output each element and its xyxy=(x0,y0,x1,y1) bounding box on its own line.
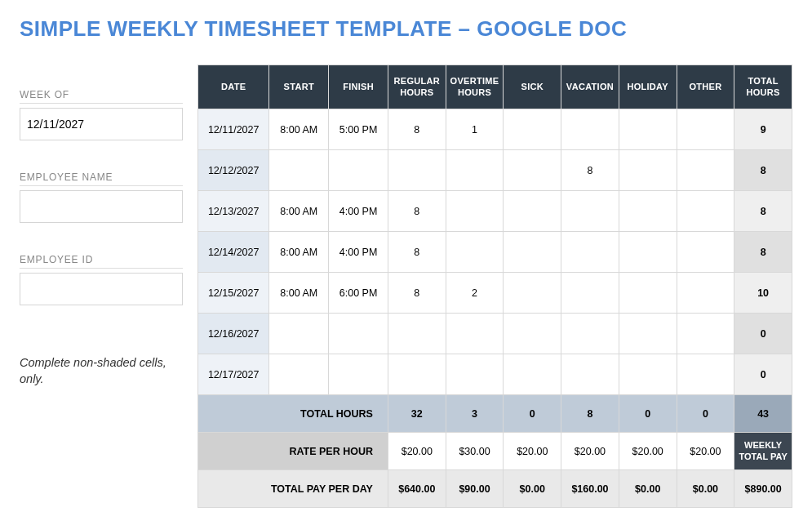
cell-date[interactable]: 12/13/2027 xyxy=(198,191,269,232)
cell-other[interactable] xyxy=(677,150,734,191)
rate-label: RATE PER HOUR xyxy=(198,433,388,470)
left-column: WEEK OF EMPLOYEE NAME EMPLOYEE ID Comple… xyxy=(20,65,183,388)
cell-total: 9 xyxy=(734,109,792,150)
cell-sick[interactable] xyxy=(504,314,561,354)
cell-start[interactable]: 8:00 AM xyxy=(269,232,329,273)
instruction-note: Complete non-shaded cells, only. xyxy=(20,354,183,388)
row-rate-per-hour: RATE PER HOUR $20.00 $30.00 $20.00 $20.0… xyxy=(198,433,792,470)
cell-holiday[interactable] xyxy=(619,191,677,232)
cell-holiday[interactable] xyxy=(619,354,677,395)
layout: WEEK OF EMPLOYEE NAME EMPLOYEE ID Comple… xyxy=(20,65,792,508)
cell-vacation[interactable] xyxy=(561,109,619,150)
cell-other[interactable] xyxy=(677,314,734,354)
cell-start[interactable]: 8:00 AM xyxy=(269,273,329,314)
cell-regular[interactable] xyxy=(388,354,446,395)
cell-sick[interactable] xyxy=(504,354,561,395)
cell-total: 8 xyxy=(734,232,792,273)
total-grand: 43 xyxy=(734,395,792,433)
cell-overtime[interactable] xyxy=(446,232,504,273)
th-finish: FINISH xyxy=(329,65,388,109)
cell-date[interactable]: 12/14/2027 xyxy=(198,232,269,273)
rate-other: $20.00 xyxy=(677,433,734,470)
cell-sick[interactable] xyxy=(504,109,561,150)
cell-sick[interactable] xyxy=(504,150,561,191)
pay-other: $0.00 xyxy=(677,470,734,508)
cell-finish[interactable] xyxy=(329,354,388,395)
total-sick: 0 xyxy=(504,395,561,433)
cell-vacation[interactable]: 8 xyxy=(561,150,619,191)
employee-name-input[interactable] xyxy=(20,190,183,223)
cell-holiday[interactable] xyxy=(619,273,677,314)
cell-finish[interactable] xyxy=(329,314,388,354)
table-row: 12/13/20278:00 AM4:00 PM88 xyxy=(198,191,792,232)
cell-regular[interactable]: 8 xyxy=(388,232,446,273)
cell-other[interactable] xyxy=(677,273,734,314)
cell-regular[interactable] xyxy=(388,150,446,191)
cell-vacation[interactable] xyxy=(561,191,619,232)
th-holiday: HOLIDAY xyxy=(619,65,677,109)
cell-date[interactable]: 12/17/2027 xyxy=(198,354,269,395)
cell-finish[interactable]: 6:00 PM xyxy=(329,273,388,314)
th-regular: REGULAR HOURS xyxy=(388,65,446,109)
total-overtime: 3 xyxy=(446,395,504,433)
row-total-pay: TOTAL PAY PER DAY $640.00 $90.00 $0.00 $… xyxy=(198,470,792,508)
cell-holiday[interactable] xyxy=(619,109,677,150)
cell-regular[interactable] xyxy=(388,314,446,354)
cell-overtime[interactable] xyxy=(446,150,504,191)
cell-other[interactable] xyxy=(677,109,734,150)
cell-other[interactable] xyxy=(677,354,734,395)
rate-vacation: $20.00 xyxy=(561,433,619,470)
cell-other[interactable] xyxy=(677,191,734,232)
pay-holiday: $0.00 xyxy=(619,470,677,508)
cell-overtime[interactable]: 2 xyxy=(446,273,504,314)
cell-sick[interactable] xyxy=(504,273,561,314)
cell-start[interactable]: 8:00 AM xyxy=(269,191,329,232)
cell-holiday[interactable] xyxy=(619,314,677,354)
cell-holiday[interactable] xyxy=(619,150,677,191)
th-overtime: OVERTIME HOURS xyxy=(446,65,504,109)
cell-other[interactable] xyxy=(677,232,734,273)
cell-date[interactable]: 12/15/2027 xyxy=(198,273,269,314)
rate-sick: $20.00 xyxy=(504,433,561,470)
employee-id-input[interactable] xyxy=(20,273,183,305)
cell-vacation[interactable] xyxy=(561,273,619,314)
weekof-input[interactable] xyxy=(20,108,183,140)
cell-overtime[interactable] xyxy=(446,314,504,354)
cell-vacation[interactable] xyxy=(561,232,619,273)
cell-overtime[interactable] xyxy=(446,191,504,232)
cell-finish[interactable]: 5:00 PM xyxy=(329,109,388,150)
pay-label: TOTAL PAY PER DAY xyxy=(198,470,388,508)
cell-overtime[interactable] xyxy=(446,354,504,395)
cell-vacation[interactable] xyxy=(561,314,619,354)
pay-grand: $890.00 xyxy=(734,470,792,508)
cell-regular[interactable]: 8 xyxy=(388,273,446,314)
cell-vacation[interactable] xyxy=(561,354,619,395)
table-header-row: DATE START FINISH REGULAR HOURS OVERTIME… xyxy=(198,65,792,109)
cell-date[interactable]: 12/11/2027 xyxy=(198,109,269,150)
cell-finish[interactable] xyxy=(329,150,388,191)
timesheet-table-wrap: DATE START FINISH REGULAR HOURS OVERTIME… xyxy=(197,65,792,508)
cell-regular[interactable]: 8 xyxy=(388,191,446,232)
cell-start[interactable] xyxy=(269,354,329,395)
cell-date[interactable]: 12/12/2027 xyxy=(198,150,269,191)
cell-date[interactable]: 12/16/2027 xyxy=(198,314,269,354)
table-row: 12/11/20278:00 AM5:00 PM819 xyxy=(198,109,792,150)
cell-overtime[interactable]: 1 xyxy=(446,109,504,150)
cell-start[interactable] xyxy=(269,150,329,191)
cell-regular[interactable]: 8 xyxy=(388,109,446,150)
timesheet-table: DATE START FINISH REGULAR HOURS OVERTIME… xyxy=(197,65,792,508)
cell-start[interactable]: 8:00 AM xyxy=(269,109,329,150)
cell-holiday[interactable] xyxy=(619,232,677,273)
cell-finish[interactable]: 4:00 PM xyxy=(329,232,388,273)
cell-start[interactable] xyxy=(269,314,329,354)
cell-total: 8 xyxy=(734,150,792,191)
total-other: 0 xyxy=(677,395,734,433)
cell-total: 0 xyxy=(734,354,792,395)
cell-sick[interactable] xyxy=(504,232,561,273)
page-title: SIMPLE WEEKLY TIMESHEET TEMPLATE – GOOGL… xyxy=(20,16,792,42)
cell-sick[interactable] xyxy=(504,191,561,232)
th-vacation: VACATION xyxy=(561,65,619,109)
cell-finish[interactable]: 4:00 PM xyxy=(329,191,388,232)
pay-vacation: $160.00 xyxy=(561,470,619,508)
employee-id-field: EMPLOYEE ID xyxy=(20,254,183,305)
